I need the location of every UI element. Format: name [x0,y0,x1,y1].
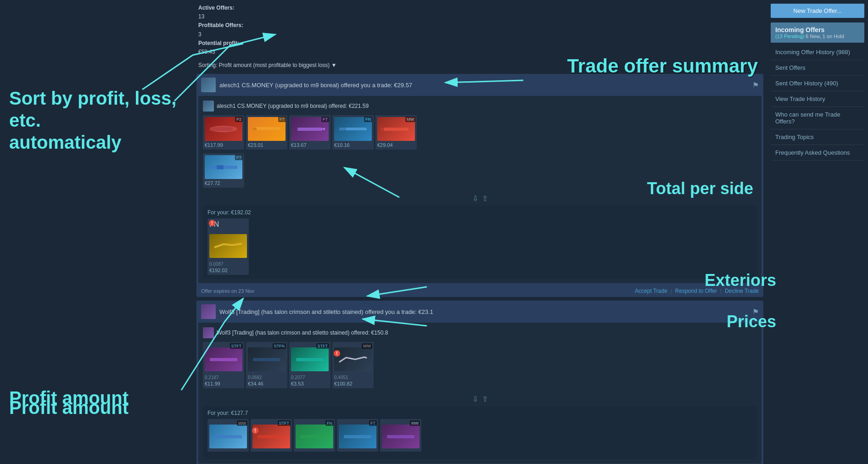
decline-trade-1[interactable]: Decline Trade [725,288,759,294]
svg-rect-1 [210,127,233,131]
subprice-ww1: 0.4051 [334,375,348,380]
trade-card-2: Wolf3 [Trading] (has talon crimson and s… [196,301,763,464]
flag-icon-2[interactable]: ⚑ [752,307,759,316]
trade-footer-1: Offer expires on 23 Nov Accept Trade | R… [196,285,763,297]
incoming-new: 6 New, 1 on Hold [806,34,844,39]
svg-rect-2 [255,127,280,130]
arrow-down-1: ⇩ [472,194,478,203]
avatar-1 [201,78,216,92]
potential-label: Potential profit: [198,40,239,46]
svg-rect-15 [214,435,242,438]
your-item-ft2[interactable]: FT [337,419,378,452]
items-grid-1b: FT €27.72 [203,153,757,188]
sorting-bar: Sorting: Profit amount (most profitable … [193,60,767,72]
wear-badge-ft2: FT [321,117,329,122]
your-offer-1: For your: €192.02 FN ! 0.0087 €192.02 [203,206,757,279]
wear-badge-yfn: FN [325,420,334,426]
item-price-ww1: €100.82 [334,381,372,386]
expiry-1: Offer expires on 23 Nov [201,288,254,294]
svg-rect-12 [210,358,237,361]
your-item-stft[interactable]: STFT ! [251,419,292,452]
trade-card-2-inner: Wolf3 [Trading] (has talon crimson and s… [198,323,762,464]
item-p2[interactable]: P2 €117.99 [203,115,244,150]
wear-badge-ft1: FT [278,117,286,122]
your-items-2: WW STFT ! FN [207,419,752,452]
your-offer-header-1: For your: €192.02 [207,209,752,216]
your-item-ww[interactable]: WW [207,419,249,452]
trade-inner-header-2: Wolf3 [Trading] (has talon crimson and s… [203,327,757,338]
item-price-fn1: €10.16 [334,142,372,148]
subprice-stft1: 0.2187 [205,375,219,380]
item-price-stft1: €11.99 [205,381,242,386]
item-price-stfn1: €34.46 [248,381,286,386]
item-mw-1[interactable]: MW €29.04 [375,115,417,150]
right-sidebar: New Trade Offer... Incoming Offers (13 P… [767,0,868,464]
your-offer-header-2: For your: €127.7 [207,410,752,416]
svg-rect-8 [384,128,409,131]
wear-badge-mw1: MW [405,117,415,122]
profit-annotation: Profit amount [9,387,184,409]
svg-rect-13 [253,358,280,361]
incoming-sub: (13 Pending) 6 New, 1 on Hold [775,34,860,39]
your-item-img-ft [339,425,376,448]
small-avatar-2 [203,327,214,338]
arrow-up-2: ⇧ [482,395,488,403]
trade-card-1-header: alesch1 CS.MONEY (upgraded to m9 boreal)… [196,74,763,96]
sorting-value: Profit amount (most profitable to bigges… [219,62,330,68]
item-image-ww1 [334,347,372,371]
wear-badge-ww1: WW [362,343,372,349]
sidebar-item-sent-offers[interactable]: Sent Offers [771,60,864,76]
items-grid-2: STFT 0.2187 €11.99 STFN 0.0682 €34. [203,342,757,388]
item-price-mw1: €29.04 [377,142,415,148]
your-item-1[interactable]: FN ! 0.0087 €192.02 [207,218,249,275]
trade-card-2-header: Wolf3 [Trading] (has talon crimson and s… [196,301,763,323]
accept-trade-1[interactable]: Accept Trade [635,288,667,294]
svg-rect-14 [296,358,324,361]
sidebar-item-who-can-send[interactable]: Who can send me Trade Offers? [771,107,864,129]
trade-card-1-title: alesch1 CS.MONEY (upgraded to m9 boreal)… [219,82,412,89]
wear-badge-yft: FT [369,420,377,426]
item-ft-2[interactable]: FT €13.67 [289,115,330,150]
item-price-p2: €117.99 [205,142,242,148]
item-price-ft2: €13.67 [291,142,329,148]
sidebar-item-sent-history[interactable]: Sent Offer History (490) [771,76,864,91]
svg-rect-7 [339,128,346,130]
svg-marker-9 [381,127,384,131]
center-content: Active Offers: 13 Profitable Offers: 3 P… [193,0,767,464]
flag-icon-1[interactable]: ⚑ [752,81,759,89]
your-item-img-fn [296,425,333,448]
sidebar-item-view-history[interactable]: View Trade History [771,91,864,107]
wear-badge-p2: P2 [235,117,243,122]
item-ft-3[interactable]: FT €27.72 [203,153,244,188]
active-offers-label: Active Offers: [198,5,235,11]
wear-badge-stfn1: STFN [273,343,286,349]
inner-header-text-1: alesch1 CS.MONEY (upgraded to m9 boreal)… [217,103,369,109]
respond-offer-1[interactable]: Respond to Offer [675,288,717,294]
svg-rect-3 [253,128,257,130]
item-ft-1[interactable]: FT €23.01 [246,115,287,150]
trade-card-2-title: Wolf3 [Trading] (has talon crimson and s… [219,308,433,315]
avatar-2 [201,304,216,319]
your-item-img-ww [209,425,247,448]
svg-rect-16 [258,435,285,438]
sort-annotation: Sort by profit, loss, etc.automaticaly [9,87,184,153]
item-stft-1[interactable]: STFT 0.2187 €11.99 [203,342,244,388]
sidebar-item-trading-topics[interactable]: Trading Topics [771,129,864,145]
left-annotations: Sort by profit, loss, etc.automaticaly P… [0,0,193,464]
your-item-img-mw [382,425,420,448]
new-trade-button[interactable]: New Trade Offer... [771,4,864,18]
item-stfn-1[interactable]: STFN 0.0682 €34.46 [246,342,287,388]
trade-actions-1: Accept Trade | Respond to Offer | Declin… [635,288,759,294]
active-offers-value: 13 [198,12,762,21]
item-fn-1[interactable]: FN €10.16 [332,115,374,150]
your-item-mw2[interactable]: MW [380,419,421,452]
sidebar-item-faq[interactable]: Frequently Asked Questions [771,145,864,161]
trade-divider-2: ⇩ ⇧ [203,392,757,406]
item-stft-2[interactable]: STFT 0.2077 €3.53 [289,342,330,388]
your-offer-2: For your: €127.7 WW STFT ! [203,406,757,459]
sidebar-item-incoming-history[interactable]: Incoming Offer History (988) [771,45,864,60]
your-item-fn[interactable]: FN [294,419,335,452]
trade-card-1-inner: alesch1 CS.MONEY (upgraded to m9 boreal)… [198,96,762,283]
items-grid-1: P2 €117.99 FT €23.01 FT [203,115,757,150]
item-ww-1[interactable]: WW ! 0.4051 €100.82 [332,342,374,388]
